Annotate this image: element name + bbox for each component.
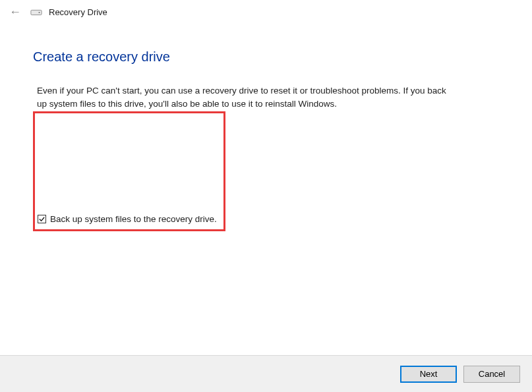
window-title: Recovery Drive	[49, 7, 107, 17]
next-button[interactable]: Next	[400, 366, 457, 383]
footer-bar: Next Cancel	[0, 355, 532, 392]
page-heading: Create a recovery drive	[33, 49, 499, 65]
back-arrow-icon[interactable]: ←	[7, 4, 24, 20]
svg-point-1	[39, 12, 40, 13]
backup-checkbox-label: Back up system files to the recovery dri…	[50, 214, 217, 224]
svg-rect-0	[31, 10, 42, 14]
checkbox-highlight-box: Back up system files to the recovery dri…	[33, 111, 225, 231]
cancel-button[interactable]: Cancel	[463, 366, 520, 383]
content-area: Create a recovery drive Even if your PC …	[0, 24, 532, 231]
checkmark-icon	[38, 215, 45, 223]
drive-icon	[30, 8, 42, 17]
backup-checkbox-row[interactable]: Back up system files to the recovery dri…	[31, 209, 223, 229]
backup-checkbox[interactable]	[38, 215, 46, 223]
page-description: Even if your PC can't start, you can use…	[33, 84, 455, 111]
title-bar: ← Recovery Drive	[0, 0, 532, 24]
